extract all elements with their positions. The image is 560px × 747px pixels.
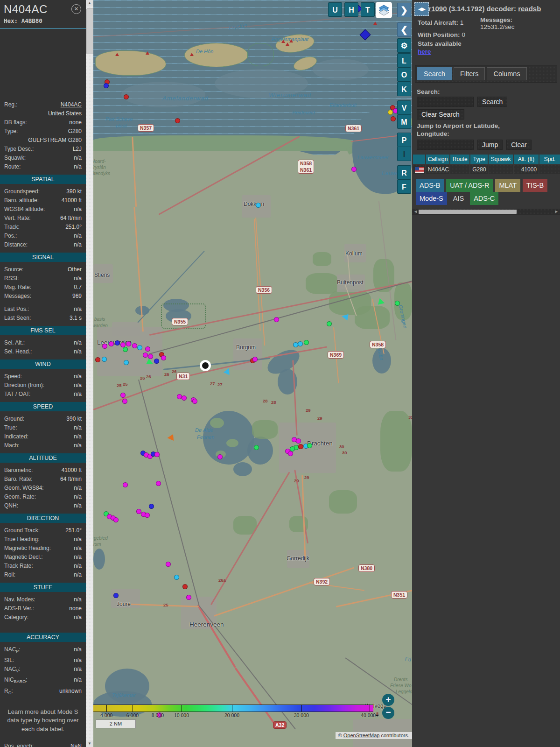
aircraft-triangle-icon[interactable] [341, 313, 348, 320]
map-button-U[interactable]: U [328, 2, 342, 17]
aircraft-dot[interactable] [290, 446, 295, 451]
aircraft-dot[interactable] [113, 517, 119, 522]
expand-right-icon[interactable]: ❯ [397, 3, 411, 17]
button-M[interactable]: M [397, 114, 411, 129]
jump-clear-button[interactable]: Clear [506, 140, 531, 150]
aircraft-dot[interactable] [115, 340, 120, 345]
aircraft-dot[interactable] [288, 451, 293, 456]
settings-icon[interactable]: ⚙ [397, 38, 411, 53]
aircraft-dot[interactable] [161, 355, 166, 360]
column-header[interactable]: Squawk [489, 155, 512, 164]
aircraft-dot[interactable] [388, 110, 393, 115]
column-header[interactable]: Spd. [539, 155, 560, 164]
aircraft-dot[interactable] [154, 359, 159, 364]
aircraft-dot[interactable] [174, 575, 179, 580]
aircraft-dot[interactable] [192, 399, 197, 404]
aircraft-dot[interactable] [395, 301, 400, 306]
aircraft-dot[interactable] [126, 341, 131, 346]
aircraft-dot[interactable] [252, 357, 258, 362]
collapse-left-icon[interactable]: ❮ [397, 22, 411, 37]
scroll-right-icon[interactable]: ► [554, 209, 559, 215]
source-uat-ads-r[interactable]: UAT / ADS-R [446, 179, 493, 192]
aircraft-dot[interactable] [304, 340, 309, 345]
aircraft-dot[interactable] [307, 443, 312, 448]
button-O[interactable]: O [397, 67, 411, 82]
search-button[interactable]: Search [477, 97, 507, 107]
source-tis-b[interactable]: TIS-B [523, 179, 547, 192]
aircraft-dot[interactable] [182, 395, 187, 401]
source-ais[interactable]: AIS [449, 192, 468, 205]
scroll-left-icon[interactable]: ◄ [413, 209, 418, 215]
registration-link[interactable]: N404AC [61, 101, 82, 108]
aircraft-dot[interactable] [149, 504, 154, 509]
source-mode-s[interactable]: Mode-S [416, 192, 447, 205]
aircraft-dot[interactable] [156, 481, 161, 486]
aircraft-dot[interactable] [145, 513, 150, 518]
column-header[interactable]: Route [450, 155, 469, 164]
sidebar-scrollbar[interactable]: ▲ ▼ [86, 0, 93, 747]
aircraft-dot[interactable] [296, 438, 301, 444]
column-header[interactable]: Callsign [426, 155, 449, 164]
jump-input[interactable] [417, 140, 474, 150]
tab-filters[interactable]: Filters [454, 67, 485, 80]
close-icon[interactable]: ✕ [71, 4, 81, 14]
source-mlat[interactable]: MLAT [495, 179, 520, 192]
scroll-up-icon[interactable]: ▲ [86, 0, 93, 7]
aircraft-dot[interactable] [124, 94, 129, 99]
aircraft-dot[interactable] [154, 452, 160, 457]
aircraft-dot[interactable] [143, 352, 148, 358]
aircraft-dot[interactable] [256, 203, 261, 208]
tab-search[interactable]: Search [417, 67, 452, 80]
aircraft-dot[interactable] [274, 317, 279, 322]
map[interactable]: StiensDokkumKollumBuitenpostBurgumLeeuwa… [93, 0, 412, 747]
button-P[interactable]: P [397, 133, 411, 147]
aircraft-dot[interactable] [351, 167, 357, 172]
aircraft-dot[interactable] [113, 593, 119, 598]
aircraft-dot[interactable] [254, 445, 259, 450]
clear-search-button[interactable]: Clear Search [417, 109, 464, 120]
source-ads-b[interactable]: ADS-B [416, 179, 444, 192]
layers-button[interactable] [376, 2, 392, 18]
scrollbar-thumb[interactable] [86, 8, 94, 54]
stats-link[interactable]: here [418, 48, 431, 55]
aircraft-dot[interactable] [123, 347, 128, 352]
osm-link[interactable]: OpenStreetMap [343, 733, 380, 738]
aircraft-dot[interactable] [123, 482, 128, 487]
aircraft-dot[interactable] [102, 357, 107, 362]
aircraft-triangle-icon[interactable] [378, 298, 385, 306]
aircraft-dot[interactable] [137, 345, 142, 350]
aircraft-dot[interactable] [122, 399, 127, 404]
zoom-out-button[interactable]: − [382, 707, 394, 719]
aircraft-dot[interactable] [166, 562, 171, 567]
table-row[interactable]: N404ACG28041000 [413, 165, 560, 174]
aircraft-dot[interactable] [186, 595, 191, 600]
aircraft-triangle-icon[interactable] [167, 434, 174, 441]
table-horizontal-scrollbar[interactable]: ◄ ► [412, 209, 560, 215]
map-button-T[interactable]: T [361, 2, 375, 17]
aircraft-dot[interactable] [327, 321, 332, 326]
map-button-H[interactable]: H [344, 2, 358, 17]
aircraft-dot[interactable] [145, 346, 150, 352]
readsb-link[interactable]: readsb [518, 5, 541, 13]
aircraft-dot[interactable] [217, 454, 223, 459]
aircraft-dot[interactable] [175, 118, 180, 123]
selected-aircraft-marker[interactable] [200, 360, 211, 371]
aircraft-dot[interactable] [95, 357, 100, 362]
aircraft-dot[interactable] [109, 341, 114, 346]
button-V[interactable]: V [397, 100, 411, 115]
aircraft-dot[interactable] [120, 393, 126, 398]
aircraft-dot[interactable] [104, 83, 109, 88]
aircraft-dot[interactable] [391, 116, 396, 121]
hscrollbar-thumb[interactable] [419, 210, 517, 214]
aircraft-dot[interactable] [102, 344, 107, 349]
tab-columns[interactable]: Columns [487, 67, 526, 80]
aircraft-dot[interactable] [182, 584, 188, 589]
scroll-down-icon[interactable]: ▼ [86, 740, 93, 747]
callsign-link[interactable]: N404AC [428, 166, 449, 173]
button-R[interactable]: R [397, 165, 411, 180]
source-ads-c[interactable]: ADS-C [470, 192, 498, 205]
button-I[interactable]: I [397, 147, 411, 161]
button-F[interactable]: F [397, 179, 411, 194]
aircraft-dot[interactable] [298, 341, 303, 346]
aircraft-dot[interactable] [298, 444, 303, 449]
